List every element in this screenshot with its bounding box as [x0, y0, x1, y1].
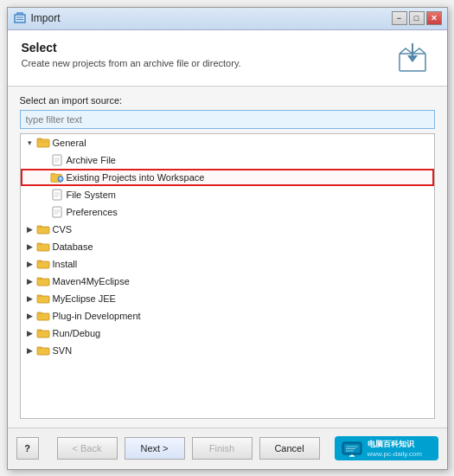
tree-label-archive-file: Archive File [67, 155, 116, 165]
tree-label-maven4myeclipse: Maven4MyEclipse [53, 276, 130, 286]
window-title: Import [31, 12, 392, 24]
help-area: ? [16, 437, 42, 460]
maximize-button[interactable]: □ [409, 11, 425, 25]
tree-arrow-myeclipse-jee: ▶ [24, 293, 36, 305]
tree-item-existing-projects[interactable]: Existing Projects into Workspace [21, 169, 434, 186]
tree-icon-plugin-development [36, 310, 50, 322]
tree-label-install: Install [53, 259, 78, 269]
tree-icon-file-system [50, 189, 64, 201]
minimize-button[interactable]: − [392, 11, 407, 25]
tree-item-file-system[interactable]: File System [21, 186, 434, 203]
tree-arrow-preferences [38, 206, 50, 218]
tree-arrow-plugin-development: ▶ [24, 310, 36, 322]
tree-item-run-debug[interactable]: ▶ Run/Debug [21, 325, 434, 342]
nav-buttons: < Back Next > Finish Cancel [42, 437, 335, 460]
svg-rect-25 [37, 279, 49, 286]
svg-rect-26 [37, 296, 49, 303]
header-heading: Select [22, 41, 241, 55]
content-area: Select an import source: ▾ General Archi… [8, 87, 447, 428]
header-text: Select Create new projects from an archi… [22, 41, 241, 68]
watermark-text: 电脑百科知识 www.pc-daily.com [368, 439, 422, 458]
watermark-badge: 电脑百科知识 www.pc-daily.com [335, 436, 438, 460]
watermark-icon [342, 440, 362, 457]
tree-icon-database [36, 241, 50, 253]
tree-label-database: Database [53, 241, 93, 252]
filter-input[interactable] [20, 110, 435, 129]
tree-arrow-archive-file [38, 154, 50, 166]
tree-item-general[interactable]: ▾ General [21, 134, 434, 151]
tree-label-cvs: CVS [53, 224, 73, 235]
watermark-line2: www.pc-daily.com [368, 450, 422, 458]
tree-icon-maven4myeclipse [36, 275, 50, 287]
tree-label-run-debug: Run/Debug [53, 328, 101, 338]
finish-button[interactable]: Finish [192, 437, 253, 460]
tree-icon-archive-file [50, 154, 64, 166]
svg-marker-5 [407, 55, 418, 62]
tree-icon-cvs [36, 223, 50, 235]
svg-rect-29 [37, 348, 49, 355]
title-bar: Import − □ ✕ [8, 8, 447, 30]
tree-item-preferences[interactable]: Preferences [21, 203, 434, 221]
tree-label-file-system: File System [67, 190, 116, 200]
svg-rect-28 [37, 331, 49, 338]
window-controls: − □ ✕ [392, 11, 442, 25]
svg-rect-24 [37, 261, 49, 268]
tree-item-cvs[interactable]: ▶ CVS [21, 221, 434, 238]
tree-label-svn: SVN [53, 345, 73, 356]
tree-arrow-file-system [38, 189, 50, 201]
tree-icon-svn [36, 344, 50, 357]
import-icon [394, 42, 431, 74]
tree-item-archive-file[interactable]: Archive File [21, 151, 434, 169]
tree-label-plugin-development: Plug-in Development [53, 311, 141, 321]
tree-item-install[interactable]: ▶ Install [21, 255, 434, 273]
tree-arrow-install: ▶ [24, 258, 36, 270]
tree-icon-existing-projects [50, 171, 64, 183]
tree-label-preferences: Preferences [67, 207, 118, 217]
tree-icon-install [36, 258, 50, 270]
source-label: Select an import source: [20, 95, 435, 106]
tree-arrow-svn: ▶ [24, 344, 36, 357]
tree-arrow-existing-projects [38, 171, 50, 183]
tree-item-database[interactable]: ▶ Database [21, 238, 434, 255]
watermark-area: 电脑百科知识 www.pc-daily.com [335, 436, 438, 460]
svg-rect-22 [37, 227, 49, 234]
tree-icon-preferences [50, 206, 64, 218]
window-icon [13, 11, 27, 25]
tree-label-existing-projects: Existing Projects into Workspace [67, 172, 205, 183]
tree-arrow-database: ▶ [24, 241, 36, 253]
close-button[interactable]: ✕ [426, 11, 442, 25]
tree-icon-myeclipse-jee [36, 293, 50, 305]
tree-item-plugin-development[interactable]: ▶ Plug-in Development [21, 307, 434, 325]
back-button[interactable]: < Back [57, 437, 118, 460]
tree-label-myeclipse-jee: MyEclipse JEE [53, 293, 116, 304]
tree-label-general: General [53, 138, 86, 148]
tree-container[interactable]: ▾ General Archive File Existing Projects… [20, 133, 435, 419]
tree-arrow-cvs: ▶ [24, 223, 36, 235]
tree-item-maven4myeclipse[interactable]: ▶ Maven4MyEclipse [21, 273, 434, 290]
tree-arrow-maven4myeclipse: ▶ [24, 275, 36, 287]
tree-item-svn[interactable]: ▶ SVN [21, 342, 434, 359]
import-dialog: Import − □ ✕ Select Create new projects … [7, 7, 448, 470]
watermark-line1: 电脑百科知识 [368, 439, 422, 450]
tree-icon-general [36, 137, 50, 149]
tree-item-myeclipse-jee[interactable]: ▶ MyEclipse JEE [21, 290, 434, 307]
header-description: Create new projects from an archive file… [22, 58, 241, 68]
footer: ? < Back Next > Finish Cancel [8, 428, 447, 469]
svg-rect-27 [37, 313, 49, 320]
tree-arrow-general: ▾ [24, 137, 36, 149]
svg-rect-31 [344, 444, 360, 453]
next-button[interactable]: Next > [125, 437, 185, 460]
tree-icon-run-debug [36, 327, 50, 339]
header-section: Select Create new projects from an archi… [8, 30, 447, 87]
svg-rect-23 [37, 244, 49, 251]
header-icon-area [392, 41, 433, 75]
svg-rect-6 [37, 139, 49, 147]
help-button[interactable]: ? [16, 437, 39, 460]
svg-rect-0 [15, 15, 25, 23]
tree-arrow-run-debug: ▶ [24, 327, 36, 339]
cancel-button[interactable]: Cancel [259, 437, 320, 460]
